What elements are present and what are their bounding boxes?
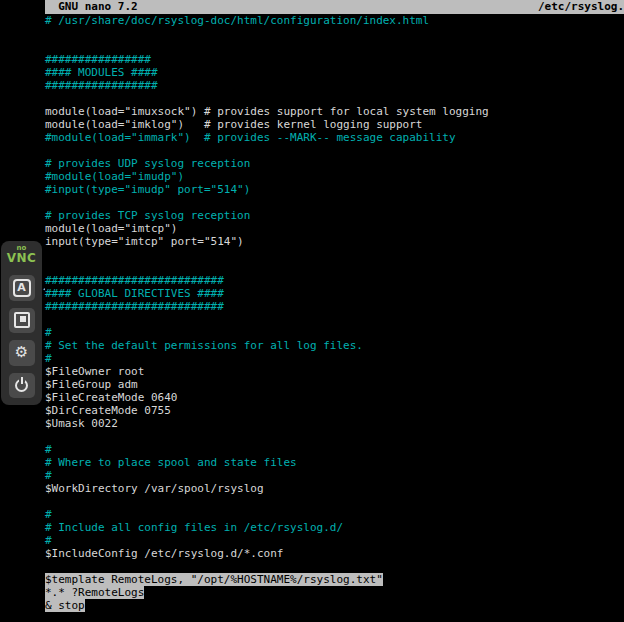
terminal-line: $FileGroup adm: [45, 378, 624, 391]
terminal-line: module(load="imklog") # provides kernel …: [45, 118, 624, 131]
novnc-toolbar: no VNC A ⚙: [1, 241, 42, 405]
terminal-line: [45, 313, 624, 326]
terminal-screen[interactable]: # /usr/share/doc/rsyslog-doc/html/config…: [45, 14, 624, 612]
terminal-line: [45, 495, 624, 508]
terminal-line: ################: [45, 53, 624, 66]
terminal-line: ###########################: [45, 274, 624, 287]
disconnect-button[interactable]: [9, 373, 35, 399]
novnc-logo: no VNC: [7, 245, 37, 264]
terminal-line: #### MODULES ####: [45, 66, 624, 79]
nano-filename: /etc/rsyslog.: [538, 0, 624, 14]
terminal-line: $Umask 0022: [45, 417, 624, 430]
terminal-line: #################: [45, 79, 624, 92]
terminal-line: *.* ?RemoteLogs: [45, 586, 624, 599]
terminal-line: $FileCreateMode 0640: [45, 391, 624, 404]
terminal-line: #module(load="imudp"): [45, 170, 624, 183]
terminal-line: # Set the default permissions for all lo…: [45, 339, 624, 352]
terminal-line: [45, 27, 624, 40]
terminal-line: #: [45, 326, 624, 339]
terminal-line: # provides UDP syslog reception: [45, 157, 624, 170]
terminal-line: [45, 560, 624, 573]
nano-version: GNU nano 7.2: [45, 0, 138, 14]
fullscreen-icon: [14, 312, 30, 328]
terminal-line: # /usr/share/doc/rsyslog-doc/html/config…: [45, 14, 624, 27]
terminal-line: $DirCreateMode 0755: [45, 404, 624, 417]
terminal-line: #: [45, 469, 624, 482]
extra-keys-button[interactable]: A: [9, 275, 35, 301]
terminal-line: #: [45, 352, 624, 365]
nano-editor[interactable]: GNU nano 7.2 /etc/rsyslog. # /usr/share/…: [45, 0, 624, 622]
terminal-line: & stop: [45, 599, 624, 612]
selected-text: *.* ?RemoteLogs: [45, 586, 144, 599]
terminal-line: module(load="imtcp"): [45, 222, 624, 235]
terminal-line: $IncludeConfig /etc/rsyslog.d/*.conf: [45, 547, 624, 560]
terminal-line: ###########################: [45, 300, 624, 313]
terminal-line: #: [45, 534, 624, 547]
terminal-line: # provides TCP syslog reception: [45, 209, 624, 222]
terminal-line: #: [45, 508, 624, 521]
selected-text: & stop: [45, 599, 85, 612]
terminal-line: [45, 144, 624, 157]
a-key-icon: A: [13, 279, 31, 297]
terminal-line: # Where to place spool and state files: [45, 456, 624, 469]
nano-titlebar: GNU nano 7.2 /etc/rsyslog.: [45, 0, 624, 14]
terminal-line: #### GLOBAL DIRECTIVES ####: [45, 287, 624, 300]
settings-button[interactable]: ⚙: [9, 340, 35, 366]
terminal-line: [45, 248, 624, 261]
terminal-line: # Include all config files in /etc/rsysl…: [45, 521, 624, 534]
selected-text: $template RemoteLogs, "/opt/%HOSTNAME%/r…: [45, 573, 383, 586]
gear-icon: ⚙: [15, 345, 28, 360]
fullscreen-icon-inner: [20, 316, 26, 322]
terminal-line: #module(load="immark") # provides --MARK…: [45, 131, 624, 144]
terminal-line: [45, 92, 624, 105]
novnc-logo-vnc: VNC: [7, 252, 37, 264]
terminal-line: [45, 196, 624, 209]
terminal-line: $WorkDirectory /var/spool/rsyslog: [45, 482, 624, 495]
terminal-line: input(type="imtcp" port="514"): [45, 235, 624, 248]
terminal-line: $FileOwner root: [45, 365, 624, 378]
terminal-line: [45, 430, 624, 443]
fullscreen-button[interactable]: [9, 308, 35, 334]
desktop: no VNC A ⚙ ◂ GNU nano 7.2 /etc/rsyslog. …: [0, 0, 624, 622]
terminal-line: [45, 261, 624, 274]
terminal-line: [45, 40, 624, 53]
terminal-line: module(load="imuxsock") # provides suppo…: [45, 105, 624, 118]
terminal-line: #input(type="imudp" port="514"): [45, 183, 624, 196]
terminal-line: $template RemoteLogs, "/opt/%HOSTNAME%/r…: [45, 573, 624, 586]
terminal-line: #: [45, 443, 624, 456]
power-icon: [15, 379, 28, 392]
